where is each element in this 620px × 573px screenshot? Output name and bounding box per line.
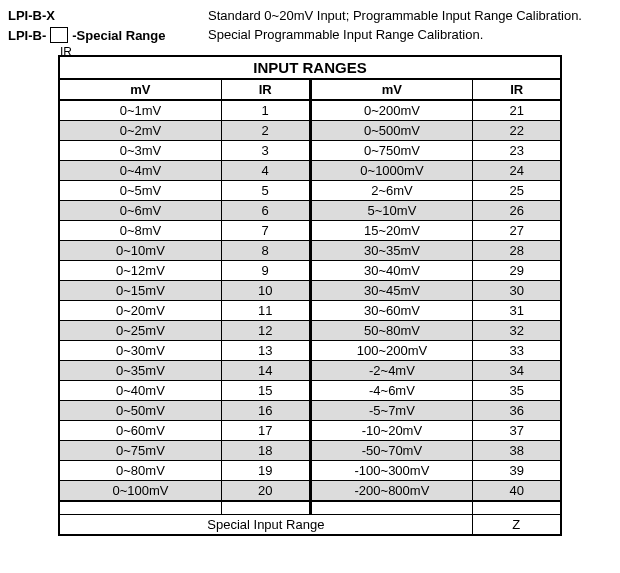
definition-label: LPI-B- -Special Range <box>8 27 165 43</box>
table-row: 0~1mV1 <box>60 101 309 121</box>
cell-mv: 30~45mV <box>312 281 474 300</box>
table-row: 0~6mV6 <box>60 201 309 221</box>
table-row: 0~5mV5 <box>60 181 309 201</box>
input-ranges-table: INPUT RANGES mV IR 0~1mV10~2mV20~3mV30~4… <box>58 55 562 536</box>
definition-key: LPI-B-X <box>8 8 208 23</box>
header-mv: mV <box>60 80 222 99</box>
header-ir: IR <box>473 80 560 99</box>
table-row: 0~12mV9 <box>60 261 309 281</box>
table-header-row: mV IR <box>60 80 309 101</box>
table-row: 0~4mV4 <box>60 161 309 181</box>
cell-ir: 26 <box>473 201 560 220</box>
definition-suffix: -Special Range <box>72 28 165 43</box>
cell-ir: 7 <box>222 221 309 240</box>
cell-mv: 0~25mV <box>60 321 222 340</box>
table-right-column: mV IR 0~200mV210~500mV220~750mV230~1000m… <box>311 80 561 501</box>
cell-mv: 0~20mV <box>60 301 222 320</box>
cell-ir: 28 <box>473 241 560 260</box>
definition-row: LPI-B-X Standard 0~20mV Input; Programma… <box>8 8 612 23</box>
cell-ir: 37 <box>473 421 560 440</box>
cell-mv: 30~60mV <box>312 301 474 320</box>
table-row: 0~1000mV24 <box>312 161 561 181</box>
table-row: 0~750mV23 <box>312 141 561 161</box>
cell-ir: 21 <box>473 101 560 120</box>
cell-mv: -50~70mV <box>312 441 474 460</box>
table-row: -50~70mV38 <box>312 441 561 461</box>
cell-mv: 0~2mV <box>60 121 222 140</box>
table-row: 0~75mV18 <box>60 441 309 461</box>
cell-mv: 30~35mV <box>312 241 474 260</box>
cell-mv: 0~80mV <box>60 461 222 480</box>
cell-mv: 0~40mV <box>60 381 222 400</box>
table-row: 15~20mV27 <box>312 221 561 241</box>
table-row: 0~20mV11 <box>60 301 309 321</box>
cell-ir: 8 <box>222 241 309 260</box>
table-row: 30~60mV31 <box>312 301 561 321</box>
cell-ir: 20 <box>222 481 309 500</box>
cell-mv: 0~200mV <box>312 101 474 120</box>
cell-mv: -2~4mV <box>312 361 474 380</box>
cell-mv: -10~20mV <box>312 421 474 440</box>
table-row: -10~20mV37 <box>312 421 561 441</box>
cell-mv: 0~15mV <box>60 281 222 300</box>
cell-ir: 35 <box>473 381 560 400</box>
definition-text: Special Programmable Input Range Calibra… <box>208 27 612 42</box>
cell-mv: 2~6mV <box>312 181 474 200</box>
cell-mv: 0~500mV <box>312 121 474 140</box>
cell-mv: 15~20mV <box>312 221 474 240</box>
cell-mv: 0~3mV <box>60 141 222 160</box>
cell-ir: 17 <box>222 421 309 440</box>
cell-mv: -200~800mV <box>312 481 474 500</box>
cell-ir: 18 <box>222 441 309 460</box>
cell-mv: -5~7mV <box>312 401 474 420</box>
definition-label: LPI-B-X <box>8 8 55 23</box>
definition-text: Standard 0~20mV Input; Programmable Inpu… <box>208 8 612 23</box>
cell-mv: 0~75mV <box>60 441 222 460</box>
cell-ir: 14 <box>222 361 309 380</box>
table-left-column: mV IR 0~1mV10~2mV20~3mV30~4mV40~5mV50~6m… <box>60 80 311 501</box>
table-row: 30~40mV29 <box>312 261 561 281</box>
cell-ir: 33 <box>473 341 560 360</box>
table-row: 0~15mV10 <box>60 281 309 301</box>
cell-mv: 0~35mV <box>60 361 222 380</box>
table-row: 0~2mV2 <box>60 121 309 141</box>
table-spacer-row <box>60 501 560 515</box>
table-title: INPUT RANGES <box>60 57 560 80</box>
cell-ir: 24 <box>473 161 560 180</box>
cell-ir: 10 <box>222 281 309 300</box>
cell-ir: 36 <box>473 401 560 420</box>
cell-mv: 0~750mV <box>312 141 474 160</box>
definition-row: LPI-B- -Special Range IR Special Program… <box>8 27 612 43</box>
cell-ir: 3 <box>222 141 309 160</box>
table-row: -4~6mV35 <box>312 381 561 401</box>
table-row: 0~35mV14 <box>60 361 309 381</box>
cell-ir: 25 <box>473 181 560 200</box>
table-body-left: 0~1mV10~2mV20~3mV30~4mV40~5mV50~6mV60~8m… <box>60 101 309 501</box>
cell-mv: 0~6mV <box>60 201 222 220</box>
cell-ir: 27 <box>473 221 560 240</box>
cell-ir: 34 <box>473 361 560 380</box>
cell-ir: 23 <box>473 141 560 160</box>
cell-ir: 6 <box>222 201 309 220</box>
table-row: 0~30mV13 <box>60 341 309 361</box>
table-row: 0~60mV17 <box>60 421 309 441</box>
cell-ir: 4 <box>222 161 309 180</box>
cell-mv: 5~10mV <box>312 201 474 220</box>
table-row: 30~45mV30 <box>312 281 561 301</box>
cell-ir: 1 <box>222 101 309 120</box>
cell-mv: 0~12mV <box>60 261 222 280</box>
cell-mv: 0~30mV <box>60 341 222 360</box>
table-columns: mV IR 0~1mV10~2mV20~3mV30~4mV40~5mV50~6m… <box>60 80 560 501</box>
cell-mv: -100~300mV <box>312 461 474 480</box>
table-row: 0~3mV3 <box>60 141 309 161</box>
table-row: 100~200mV33 <box>312 341 561 361</box>
cell-mv: 30~40mV <box>312 261 474 280</box>
cell-ir: 22 <box>473 121 560 140</box>
table-row: 0~200mV21 <box>312 101 561 121</box>
header-mv: mV <box>312 80 474 99</box>
cell-ir: 15 <box>222 381 309 400</box>
table-row: 30~35mV28 <box>312 241 561 261</box>
table-row: 0~100mV20 <box>60 481 309 501</box>
table-special-row: Special Input Range Z <box>60 515 560 534</box>
table-row: -5~7mV36 <box>312 401 561 421</box>
